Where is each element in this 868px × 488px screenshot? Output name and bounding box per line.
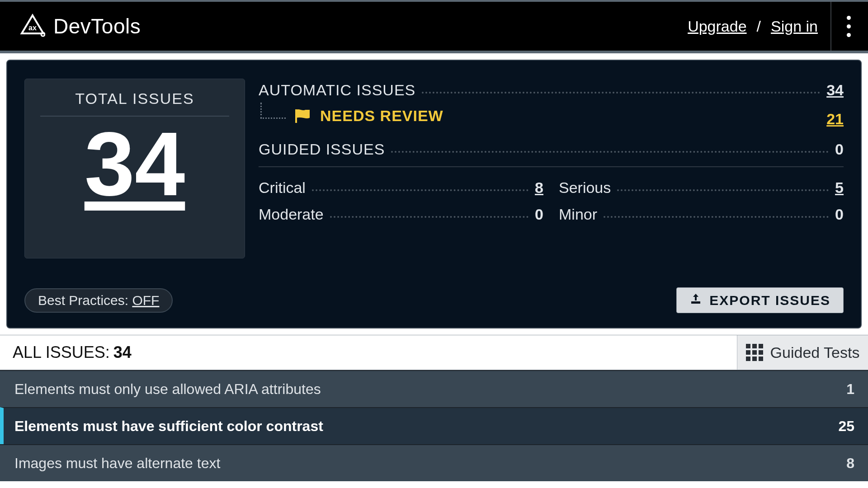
issues-dashboard: TOTAL ISSUES 34 AUTOMATIC ISSUES 34 <box>6 60 862 328</box>
guided-issues-row: GUIDED ISSUES 0 <box>259 141 844 158</box>
top-bar: ax DevTools Upgrade / Sign in <box>0 0 868 53</box>
needs-review-count[interactable]: 21 <box>826 110 844 128</box>
guided-issues-label: GUIDED ISSUES <box>259 141 385 158</box>
export-issues-label: EXPORT ISSUES <box>709 293 830 308</box>
upgrade-link[interactable]: Upgrade <box>688 18 746 35</box>
more-menu-icon[interactable] <box>847 16 851 37</box>
metrics-panel: AUTOMATIC ISSUES 34 NEEDS REVIEW 2 <box>259 79 844 258</box>
severity-critical: Critical 8 <box>259 179 543 197</box>
brand-title: DevTools <box>53 14 141 38</box>
issue-count: 8 <box>846 455 854 472</box>
tab-guided-label: Guided Tests <box>770 344 860 361</box>
issue-row[interactable]: Elements must have sufficient color cont… <box>0 407 868 444</box>
best-practices-label: Best Practices: <box>38 293 132 308</box>
svg-text:ax: ax <box>28 24 37 32</box>
severity-moderate-count: 0 <box>535 206 543 223</box>
needs-review-row: NEEDS REVIEW 21 <box>259 107 844 128</box>
flag-icon <box>295 108 311 124</box>
divider <box>259 166 844 167</box>
signin-link[interactable]: Sign in <box>771 18 818 35</box>
severity-critical-count[interactable]: 8 <box>535 179 543 197</box>
grid-icon <box>746 344 763 361</box>
severity-serious: Serious 5 <box>559 179 844 197</box>
tab-all-count: 34 <box>113 343 132 362</box>
best-practices-state: OFF <box>132 293 159 308</box>
brand: ax DevTools <box>20 13 141 40</box>
export-issues-button[interactable]: EXPORT ISSUES <box>676 287 844 313</box>
issues-tabs: ALL ISSUES: 34 Guided Tests <box>0 335 868 370</box>
tab-all-label: ALL ISSUES: <box>13 343 110 362</box>
axe-logo-icon: ax <box>20 13 45 40</box>
top-links: Upgrade / Sign in <box>688 18 818 35</box>
link-separator: / <box>757 18 761 35</box>
total-issues-label: TOTAL ISSUES <box>75 79 194 116</box>
severity-serious-count[interactable]: 5 <box>835 179 844 197</box>
issue-row[interactable]: Elements must only use allowed ARIA attr… <box>0 370 868 407</box>
issue-title: Elements must have sufficient color cont… <box>14 418 323 435</box>
upload-icon <box>689 292 702 308</box>
issues-list: Elements must only use allowed ARIA attr… <box>0 370 868 481</box>
automatic-issues-label: AUTOMATIC ISSUES <box>259 81 415 99</box>
tab-guided-tests[interactable]: Guided Tests <box>737 335 868 370</box>
severity-minor: Minor 0 <box>559 206 844 223</box>
issue-row[interactable]: Images must have alternate text 8 <box>0 444 868 481</box>
tab-all-issues[interactable]: ALL ISSUES: 34 <box>0 335 737 370</box>
svg-rect-4 <box>691 301 700 304</box>
severity-moderate: Moderate 0 <box>259 206 543 223</box>
total-issues-card: TOTAL ISSUES 34 <box>24 79 245 258</box>
severity-grid: Critical 8 Serious 5 Moderate 0 Minor <box>259 179 844 223</box>
automatic-issues-count[interactable]: 34 <box>826 81 844 99</box>
guided-issues-count: 0 <box>835 141 844 158</box>
tree-connector-icon <box>260 103 286 119</box>
severity-minor-count: 0 <box>835 206 844 223</box>
needs-review-label: NEEDS REVIEW <box>320 107 443 125</box>
automatic-issues-row: AUTOMATIC ISSUES 34 <box>259 81 844 99</box>
issue-title: Elements must only use allowed ARIA attr… <box>14 381 321 398</box>
total-issues-count[interactable]: 34 <box>85 117 185 211</box>
best-practices-toggle[interactable]: Best Practices: OFF <box>24 288 173 313</box>
issue-title: Images must have alternate text <box>14 455 220 472</box>
issue-count: 25 <box>838 418 854 435</box>
issue-count: 1 <box>846 381 854 398</box>
